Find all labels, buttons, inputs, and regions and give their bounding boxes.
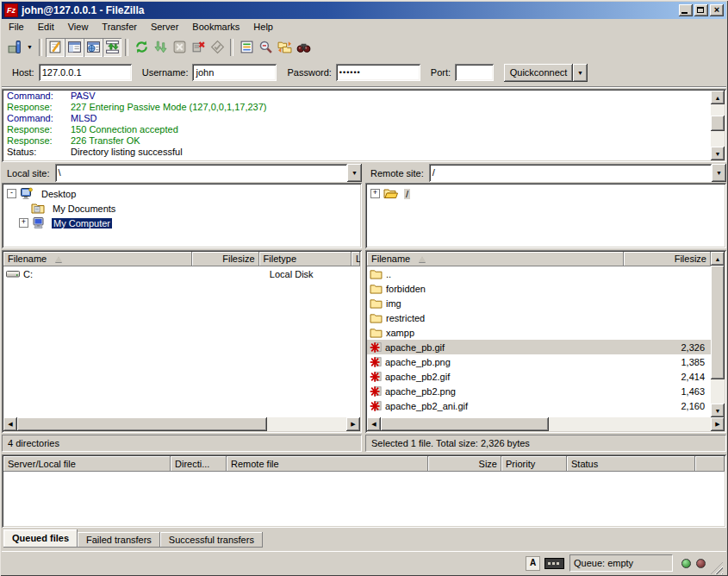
tree-item-desktop[interactable]: - Desktop (7, 186, 362, 201)
toggle-remote-tree-button[interactable] (84, 38, 103, 57)
expand-icon[interactable]: + (19, 218, 28, 228)
remote-list-hscrollbar[interactable]: ◀ ▶ (367, 417, 725, 431)
remote-site-dropdown[interactable]: ▼ (712, 164, 726, 182)
tree-item-root[interactable]: + / (370, 186, 726, 201)
column-header-filesize[interactable]: Filesize (624, 252, 711, 266)
column-header-direction[interactable]: Directi... (171, 456, 227, 472)
log-scrollbar[interactable]: ▲ ▼ (711, 91, 725, 160)
cancel-operation-button[interactable] (170, 38, 189, 57)
file-row-apache-pb2-gif[interactable]: apache_pb2.gif 2,414 (367, 369, 711, 384)
password-label: Password: (287, 67, 331, 78)
tab-queued-files[interactable]: Queued files (3, 529, 78, 548)
directory-comparison-button[interactable] (256, 38, 275, 57)
tab-failed-transfers[interactable]: Failed transfers (78, 532, 160, 548)
menu-help[interactable]: Help (246, 20, 280, 34)
speed-limit-indicator-icon[interactable] (544, 558, 564, 569)
file-row-parent-dir[interactable]: .. (367, 266, 711, 281)
remote-site-value[interactable]: / (429, 164, 712, 182)
log-line: Command:PASV (7, 91, 707, 102)
quickconnect-button[interactable]: Quickconnect (504, 64, 573, 82)
file-row-apache-pb-png[interactable]: apache_pb.png 1,385 (367, 354, 711, 369)
site-manager-button[interactable] (5, 38, 24, 57)
folder-icon (370, 269, 383, 279)
recheck-button[interactable] (208, 38, 227, 57)
directory-filters-icon (240, 40, 254, 54)
transfer-type-indicator-icon[interactable]: A (526, 556, 540, 571)
menu-bookmarks[interactable]: Bookmarks (185, 20, 246, 34)
scroll-right-icon[interactable]: ▶ (346, 417, 360, 431)
log-line: Command:MLSD (7, 113, 707, 124)
file-row-c-drive[interactable]: C: Local Disk (3, 266, 360, 281)
column-header-filetype[interactable]: Filetype (259, 252, 352, 266)
find-files-button[interactable] (294, 38, 313, 57)
port-field[interactable] (455, 64, 494, 81)
file-row-img[interactable]: img (367, 296, 711, 310)
column-header-filename[interactable]: Filename (367, 252, 624, 266)
toggle-local-tree-button[interactable] (65, 38, 84, 57)
tree-item-my-documents[interactable]: My Documents (7, 201, 362, 216)
scrollbar-thumb[interactable] (711, 266, 725, 379)
scroll-left-icon[interactable]: ◀ (367, 417, 381, 431)
menu-view[interactable]: View (61, 20, 96, 34)
file-row-restricted[interactable]: restricted (367, 310, 711, 325)
password-field[interactable]: •••••• (336, 64, 420, 81)
column-header-priority[interactable]: Priority (501, 456, 567, 472)
quickconnect-dropdown[interactable]: ▼ (573, 64, 588, 82)
remote-list-vscrollbar[interactable]: ▲ ▼ (711, 252, 725, 417)
scrollbar-thumb[interactable] (17, 417, 267, 431)
file-row-apache-pb-gif[interactable]: apache_pb.gif 2,326 (367, 340, 711, 354)
tree-item-my-computer[interactable]: + My Computer (7, 216, 362, 230)
local-site-value[interactable]: \ (55, 164, 347, 182)
remote-tree-icon (86, 40, 101, 54)
scroll-right-icon[interactable]: ▶ (711, 417, 725, 431)
toggle-message-log-button[interactable] (46, 38, 65, 57)
local-site-dropdown[interactable]: ▼ (347, 164, 362, 182)
column-header-remote-file[interactable]: Remote file (227, 456, 428, 472)
column-header-last-modified[interactable]: L (352, 252, 360, 266)
scrollbar-thumb[interactable] (381, 417, 549, 431)
disconnect-button[interactable] (189, 38, 208, 57)
tab-successful-transfers[interactable]: Successful transfers (160, 532, 263, 548)
toggle-transfer-queue-button[interactable] (103, 38, 121, 57)
username-label: Username: (142, 67, 189, 78)
column-header-filename[interactable]: Filename (3, 252, 192, 266)
file-row-xampp[interactable]: xampp (367, 325, 711, 340)
process-queue-button[interactable] (151, 38, 170, 57)
menu-file[interactable]: File (2, 20, 31, 34)
menu-server[interactable]: Server (144, 20, 185, 34)
column-header-filesize[interactable]: Filesize (192, 252, 259, 266)
menu-transfer[interactable]: Transfer (95, 20, 144, 34)
file-row-apache-pb2-ani-gif[interactable]: apache_pb2_ani.gif 2,160 (367, 398, 711, 413)
directory-comparison-icon (258, 40, 273, 54)
refresh-button[interactable] (132, 38, 151, 57)
local-list-hscrollbar[interactable]: ◀ ▶ (3, 417, 360, 431)
scroll-down-icon[interactable]: ▼ (711, 147, 725, 160)
queue-header: Server/Local file Directi... Remote file… (3, 456, 725, 472)
username-field[interactable]: john (192, 64, 277, 81)
scroll-up-icon[interactable]: ▲ (711, 91, 725, 104)
collapse-icon[interactable]: - (7, 189, 16, 198)
column-header-server-local-file[interactable]: Server/Local file (3, 456, 171, 472)
column-header-size[interactable]: Size (428, 456, 501, 472)
expand-icon[interactable]: + (370, 189, 380, 198)
remote-site-combo[interactable]: / ▼ (429, 164, 726, 182)
minimize-button[interactable] (679, 4, 693, 16)
site-manager-dropdown[interactable]: ▼ (24, 38, 35, 57)
host-field[interactable]: 127.0.0.1 (39, 64, 132, 81)
file-row-forbidden[interactable]: forbidden (367, 281, 711, 296)
synchronized-browsing-button[interactable] (275, 38, 294, 57)
close-button[interactable]: × (710, 4, 724, 16)
toolbar-separator (39, 39, 42, 56)
menu-edit[interactable]: Edit (31, 20, 61, 34)
scroll-down-icon[interactable]: ▼ (711, 404, 725, 417)
scroll-up-icon[interactable]: ▲ (711, 252, 725, 266)
directory-filters-button[interactable] (237, 38, 256, 57)
file-row-apache-pb2-png[interactable]: apache_pb2.png 1,463 (367, 384, 711, 398)
queue-body[interactable] (3, 472, 725, 526)
scrollbar-thumb[interactable] (711, 116, 725, 131)
local-site-combo[interactable]: \ ▼ (55, 164, 362, 182)
scroll-left-icon[interactable]: ◀ (3, 417, 17, 431)
column-header-status[interactable]: Status (567, 456, 695, 472)
maximize-button[interactable] (694, 4, 708, 16)
resize-grip[interactable] (711, 562, 723, 574)
